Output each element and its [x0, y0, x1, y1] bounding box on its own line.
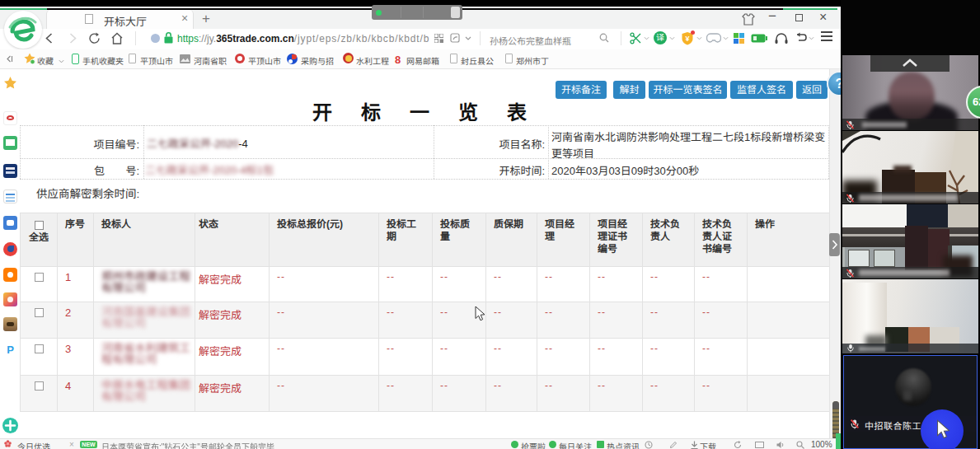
svg-text:¥: ¥ — [685, 35, 689, 43]
